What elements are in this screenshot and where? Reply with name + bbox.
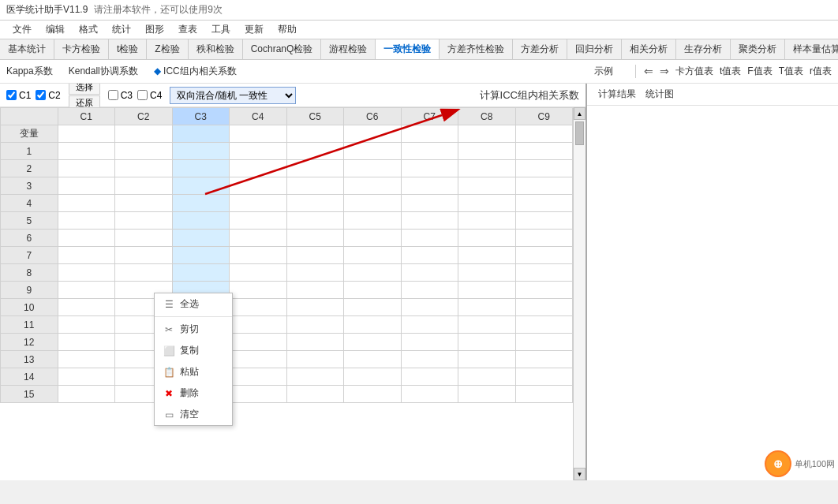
cell-var-c4[interactable]	[230, 125, 287, 143]
cell-r12-c9[interactable]	[515, 334, 573, 351]
cell-r3-c2[interactable]	[115, 177, 173, 195]
scroll-up[interactable]: ▲	[574, 107, 585, 120]
cell-r7-c4[interactable]	[230, 247, 287, 264]
cell-r3-c8[interactable]	[458, 177, 516, 195]
cell-r13-c1[interactable]	[58, 351, 115, 368]
tab-ttest[interactable]: t检验	[109, 39, 147, 59]
tab-consistency[interactable]: 一致性检验	[376, 39, 440, 60]
cell-r5-c4[interactable]	[230, 212, 287, 230]
cell-r1-c5[interactable]	[286, 143, 344, 160]
cell-var-c5[interactable]	[286, 125, 344, 143]
right-tab-rval[interactable]: r值表	[810, 65, 832, 78]
cell-r7-c5[interactable]	[286, 247, 344, 264]
cell-r12-c7[interactable]	[401, 334, 458, 351]
menu-file[interactable]: 文件	[6, 21, 38, 38]
icc-mode-dropdown[interactable]: 双向混合/随机 一致性 双向混合/随机 绝对一致 单向随机	[170, 87, 296, 104]
cell-r11-c9[interactable]	[515, 316, 573, 334]
menu-edit[interactable]: 编辑	[39, 21, 71, 38]
cell-r11-c8[interactable]	[458, 316, 516, 334]
cell-r9-c7[interactable]	[401, 282, 458, 299]
tab-runs[interactable]: 游程检验	[321, 39, 376, 59]
cell-r4-c3[interactable]	[172, 195, 230, 212]
cell-var-c7[interactable]	[401, 125, 458, 143]
cell-r8-c9[interactable]	[515, 264, 573, 282]
cell-r10-c5[interactable]	[286, 299, 344, 316]
tab-anova[interactable]: 方差分析	[513, 39, 567, 59]
cell-r8-c6[interactable]	[344, 264, 402, 282]
cell-r5-c1[interactable]	[58, 212, 115, 230]
checkbox-c1[interactable]	[6, 90, 17, 100]
context-menu-cut[interactable]: ✂ 剪切	[155, 319, 232, 340]
cell-r14-c5[interactable]	[286, 368, 344, 386]
cell-r2-c9[interactable]	[515, 160, 573, 177]
cell-r1-c9[interactable]	[515, 143, 573, 160]
tab-basic-stats[interactable]: 基本统计	[0, 39, 54, 59]
tab-variance-homo[interactable]: 方差齐性检验	[440, 39, 513, 59]
cell-r4-c1[interactable]	[58, 195, 115, 212]
cell-r1-c7[interactable]	[401, 143, 458, 160]
cell-r6-c4[interactable]	[230, 230, 287, 247]
right-tab-Tval[interactable]: T值表	[779, 65, 803, 78]
context-menu-copy[interactable]: ⬜ 复制	[155, 340, 232, 361]
cell-r2-c3[interactable]	[172, 160, 230, 177]
cell-var-c1[interactable]	[58, 125, 115, 143]
menu-chart[interactable]: 图形	[139, 21, 170, 38]
tab-sample-size[interactable]: 样本量估算	[785, 39, 838, 59]
cell-r8-c4[interactable]	[230, 264, 287, 282]
cell-r15-c9[interactable]	[515, 386, 573, 403]
cell-r5-c7[interactable]	[401, 212, 458, 230]
cell-r1-c1[interactable]	[58, 143, 115, 160]
sub-nav-icc[interactable]: ICC组内相关系数	[154, 65, 237, 78]
cell-r4-c5[interactable]	[286, 195, 344, 212]
cell-r15-c8[interactable]	[458, 386, 516, 403]
checkbox-c2-label[interactable]: C2	[36, 90, 60, 101]
cell-r9-c8[interactable]	[458, 282, 516, 299]
cell-var-c3[interactable]	[172, 125, 230, 143]
checkbox-c3[interactable]	[108, 90, 118, 100]
cell-r15-c1[interactable]	[58, 386, 115, 403]
tab-rank[interactable]: 秩和检验	[189, 39, 243, 59]
cell-r14-c7[interactable]	[401, 368, 458, 386]
checkbox-c1-label[interactable]: C1	[6, 90, 31, 101]
cell-var-c9[interactable]	[515, 125, 573, 143]
checkbox-c4-label[interactable]: C4	[137, 90, 162, 101]
cell-r13-c6[interactable]	[344, 351, 402, 368]
cell-r5-c5[interactable]	[286, 212, 344, 230]
context-menu-clear[interactable]: ▭ 清空	[155, 404, 232, 425]
cell-r1-c4[interactable]	[230, 143, 287, 160]
cell-r9-c5[interactable]	[286, 282, 344, 299]
cell-r15-c7[interactable]	[401, 386, 458, 403]
sub-nav-example[interactable]: 示例	[594, 65, 613, 78]
cell-r3-c1[interactable]	[58, 177, 115, 195]
context-menu-select-all[interactable]: ☰ 全选	[155, 293, 232, 315]
cell-r8-c8[interactable]	[458, 264, 516, 282]
cell-r12-c1[interactable]	[58, 334, 115, 351]
cell-r4-c6[interactable]	[344, 195, 402, 212]
cell-r11-c4[interactable]	[230, 316, 287, 334]
cell-r14-c4[interactable]	[230, 368, 287, 386]
cell-r14-c9[interactable]	[515, 368, 573, 386]
tab-regression[interactable]: 回归分析	[567, 39, 622, 59]
cell-r2-c5[interactable]	[286, 160, 344, 177]
right-subtab-results[interactable]: 计算结果	[593, 87, 641, 102]
cell-r11-c5[interactable]	[286, 316, 344, 334]
cell-r12-c5[interactable]	[286, 334, 344, 351]
right-tab-tval[interactable]: t值表	[720, 65, 741, 78]
tab-survival[interactable]: 生存分析	[676, 39, 731, 59]
cell-r13-c7[interactable]	[401, 351, 458, 368]
cell-r12-c4[interactable]	[230, 334, 287, 351]
cell-r15-c4[interactable]	[230, 386, 287, 403]
menu-stats[interactable]: 统计	[106, 21, 137, 38]
checkbox-c3-label[interactable]: C3	[108, 90, 133, 101]
cell-r3-c6[interactable]	[344, 177, 402, 195]
checkbox-c2[interactable]	[36, 90, 46, 100]
cell-r2-c1[interactable]	[58, 160, 115, 177]
right-tab-chisq[interactable]: 卡方值表	[675, 65, 713, 78]
menu-format[interactable]: 格式	[73, 21, 104, 38]
cell-r4-c7[interactable]	[401, 195, 458, 212]
cell-r2-c6[interactable]	[344, 160, 402, 177]
cell-r3-c3[interactable]	[172, 177, 230, 195]
cell-r1-c8[interactable]	[458, 143, 516, 160]
sub-nav-kendall[interactable]: Kendall协调系数	[69, 65, 138, 78]
tab-cluster[interactable]: 聚类分析	[731, 39, 785, 59]
